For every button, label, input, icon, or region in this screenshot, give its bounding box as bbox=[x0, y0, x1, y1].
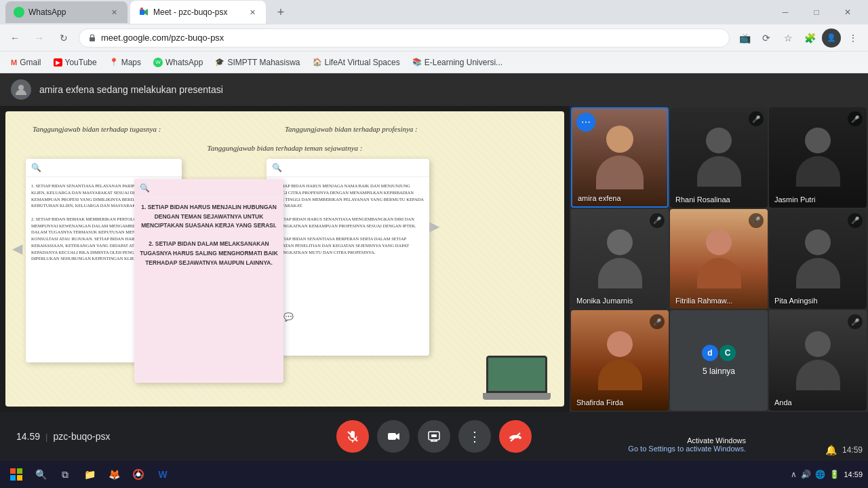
arrow-left: ◀ bbox=[12, 240, 22, 257]
rhani-name: Rhani Rosalinaa bbox=[675, 195, 730, 204]
close-button[interactable]: ✕ bbox=[833, 2, 863, 22]
bookmark-maps[interactable]: 📍 Maps bbox=[104, 54, 146, 71]
camera-icon bbox=[387, 430, 400, 443]
slide-box2-content: 1. SETIAP BIDAN HARUS MENJALIN HUBUNGAN … bbox=[134, 198, 283, 273]
svg-point-4 bbox=[140, 7, 143, 10]
tab-whatsapp[interactable]: WhatsApp ✕ bbox=[5, 1, 127, 23]
tray-icon-1: ∧ bbox=[791, 470, 797, 479]
firefox-button[interactable]: 🦊 bbox=[103, 464, 125, 485]
taskview-button[interactable]: ⧉ bbox=[54, 464, 76, 485]
activate-title: Activate Windows bbox=[628, 436, 746, 445]
volume-icon[interactable]: 🔊 bbox=[801, 470, 811, 479]
fitrilia-mic-off: 🎤 bbox=[749, 213, 764, 228]
search-taskbar-button[interactable]: 🔍 bbox=[30, 464, 52, 485]
bookmark-gmail-label: Gmail bbox=[20, 58, 41, 67]
whatsapp-favicon bbox=[14, 7, 24, 18]
bookmark-simptt-label: SIMPTT Mahasiswa bbox=[227, 58, 300, 67]
amira-more-button[interactable]: ⋯ bbox=[576, 113, 595, 132]
maximize-button[interactable]: □ bbox=[802, 2, 831, 22]
more-options-button[interactable]: ⋮ bbox=[458, 420, 491, 453]
star-icon[interactable]: ☆ bbox=[778, 29, 797, 48]
meet-favicon bbox=[138, 7, 149, 18]
participant-tile-fitrilia: 🎤 Fitrilia Rahmaw... bbox=[670, 209, 768, 309]
svg-rect-18 bbox=[17, 475, 22, 481]
forward-button[interactable]: → bbox=[30, 29, 49, 48]
network-icon[interactable]: 🌐 bbox=[815, 470, 825, 479]
minimize-button[interactable]: ─ bbox=[770, 2, 800, 22]
lock-icon bbox=[87, 33, 97, 43]
address-bar: ← → ↻ meet.google.com/pzc-buqo-psx 📺 ⟳ ☆… bbox=[0, 24, 868, 52]
tab-whatsapp-close[interactable]: ✕ bbox=[108, 7, 119, 18]
slide-box3: 🔍 1 SETIAP BIDAN HARUS MENJAGA NAMA BAIK… bbox=[267, 159, 429, 356]
anda-name: Anda bbox=[774, 398, 792, 407]
fitrilia-name: Fitrilia Rahmaw... bbox=[675, 297, 732, 305]
bookmark-gmail[interactable]: M Gmail bbox=[5, 54, 47, 71]
url-bar[interactable]: meet.google.com/pzc-buqo-psx bbox=[79, 29, 730, 48]
pita-mic-off: 🎤 bbox=[848, 213, 863, 228]
refresh-button[interactable]: ↻ bbox=[54, 29, 73, 48]
monika-name: Monika Jumarnis bbox=[576, 297, 633, 305]
tab-meet-close[interactable]: ✕ bbox=[247, 7, 258, 18]
svg-rect-17 bbox=[10, 475, 16, 481]
svg-rect-2 bbox=[140, 10, 144, 15]
clock-time: 14:59 bbox=[844, 470, 863, 478]
browser-frame: WhatsApp ✕ Meet - pzc-buqo-psx ✕ + ─ □ ✕ bbox=[0, 0, 868, 488]
bookmarks-bar: M Gmail ▶ YouTube 📍 Maps W WhatsApp 🎓 SI… bbox=[0, 52, 868, 73]
chat-bubble-icon: 💬 bbox=[283, 312, 294, 322]
jasmin-mic-off: 🎤 bbox=[848, 111, 863, 126]
new-tab-button[interactable]: + bbox=[271, 3, 290, 22]
notification-icon[interactable]: 🔔 bbox=[825, 445, 837, 455]
meeting-id: pzc-buqo-psx bbox=[53, 431, 110, 442]
window-controls: ─ □ ✕ bbox=[770, 2, 863, 22]
more-avatars: d C bbox=[702, 345, 736, 361]
bookmark-whatsapp-label: WhatsApp bbox=[165, 58, 203, 67]
svg-rect-5 bbox=[90, 37, 95, 41]
box1-search-icon: 🔍 bbox=[31, 163, 41, 172]
bottom-bar: 14.59 | pzc-buqo-psx bbox=[0, 412, 868, 461]
avatar-d: d bbox=[702, 345, 718, 361]
camera-button[interactable] bbox=[377, 420, 410, 453]
meeting-time: 14.59 bbox=[16, 431, 40, 442]
shafirda-name: Shafirda Firda bbox=[576, 398, 623, 407]
word-button[interactable]: W bbox=[152, 464, 174, 485]
reload-icon[interactable]: ⟳ bbox=[757, 29, 776, 48]
slide-title-center: Tanggungjawab bidan terhadap teman sejaw… bbox=[208, 144, 363, 152]
bookmark-lifeat[interactable]: 🏠 LifeAt Virtual Spaces bbox=[307, 54, 406, 71]
bookmark-simptt[interactable]: 🎓 SIMPTT Mahasiswa bbox=[210, 54, 305, 71]
meeting-info: 14.59 | pzc-buqo-psx bbox=[16, 431, 110, 442]
mute-button[interactable] bbox=[336, 420, 369, 453]
svg-rect-10 bbox=[388, 433, 396, 440]
activate-subtitle[interactable]: Go to Settings to activate Windows. bbox=[628, 445, 746, 453]
notification-bar: amira exfena sedang melakukan presentasi bbox=[0, 73, 868, 106]
profile-icon[interactable]: 👤 bbox=[822, 29, 841, 48]
amira-name: amira exfena bbox=[578, 194, 621, 202]
back-button[interactable]: ← bbox=[5, 29, 24, 48]
files-button[interactable]: 📁 bbox=[79, 464, 100, 485]
participant-tile-more[interactable]: d C 5 lainnya bbox=[670, 310, 768, 411]
end-call-icon bbox=[508, 429, 523, 444]
cast-icon[interactable]: 📺 bbox=[735, 29, 754, 48]
start-button[interactable] bbox=[5, 464, 27, 485]
tab-meet[interactable]: Meet - pzc-buqo-psx ✕ bbox=[130, 1, 266, 24]
notification-text: amira exfena sedang melakukan presentasi bbox=[39, 84, 223, 95]
extensions-icon[interactable]: 🧩 bbox=[800, 29, 819, 48]
title-bar: WhatsApp ✕ Meet - pzc-buqo-psx ✕ + ─ □ ✕ bbox=[0, 0, 868, 24]
bookmark-whatsapp[interactable]: W WhatsApp bbox=[148, 54, 208, 71]
end-call-button[interactable] bbox=[499, 420, 532, 453]
chrome-button[interactable] bbox=[127, 464, 149, 485]
bookmark-elearning[interactable]: 📚 E-Learning Universi... bbox=[407, 54, 508, 71]
more-options-icon[interactable]: ⋮ bbox=[844, 29, 863, 48]
controls-center: ⋮ bbox=[336, 420, 532, 453]
more-count: 5 lainnya bbox=[703, 367, 735, 376]
participant-tile-amira: ⋯ amira exfena bbox=[571, 107, 669, 208]
svg-rect-13 bbox=[431, 434, 437, 437]
arrow-right: ▶ bbox=[429, 218, 439, 234]
svg-point-20 bbox=[136, 472, 140, 476]
participants-panel: ⋯ amira exfena 🎤 Rhani Rosalinaa bbox=[570, 106, 868, 412]
box2-search-icon: 🔍 bbox=[140, 183, 150, 193]
bookmark-maps-label: Maps bbox=[121, 58, 141, 67]
jasmin-name: Jasmin Putri bbox=[774, 195, 816, 204]
bookmark-youtube[interactable]: ▶ YouTube bbox=[48, 54, 102, 71]
present-button[interactable] bbox=[418, 420, 450, 453]
tab-meet-title: Meet - pzc-buqo-psx bbox=[153, 7, 243, 17]
